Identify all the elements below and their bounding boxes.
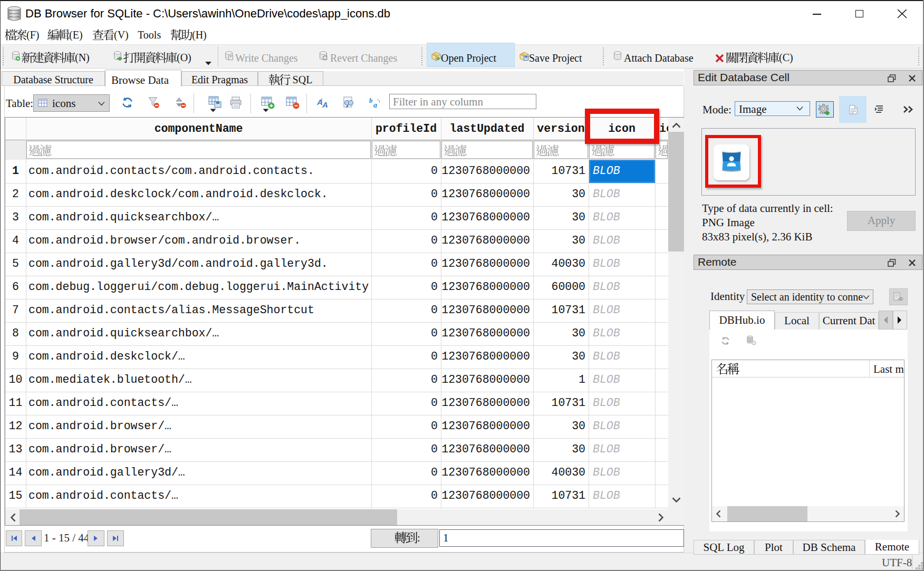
svg-text:b: b [369,96,373,104]
svg-text:A: A [322,100,328,109]
svg-text:a: a [373,101,377,109]
